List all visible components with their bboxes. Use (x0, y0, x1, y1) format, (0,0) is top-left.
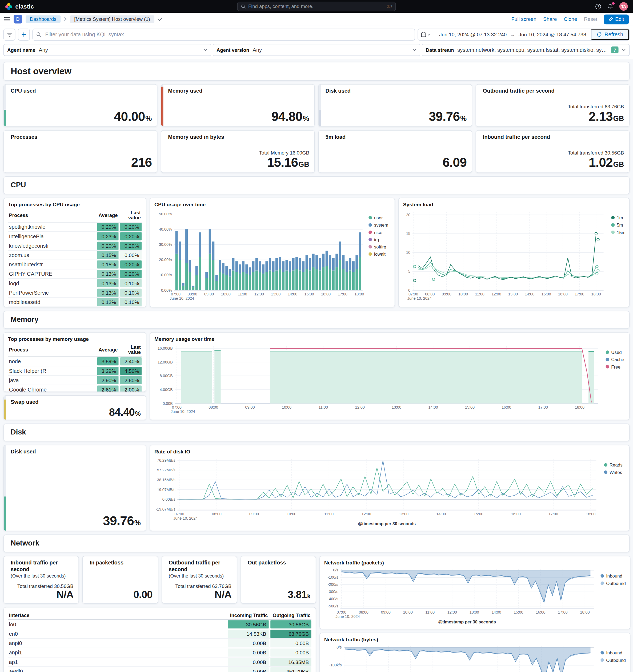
panel-memory-usage: Memory usage over time 0.00B4.00GB8.00GB… (150, 332, 630, 420)
table-row: GIPHY CAPTURE0.13%0.20% (8, 269, 142, 279)
panel-network-bytes: Network traffic (bytes) 0/s-100k/s-200k/… (320, 633, 630, 672)
svg-text:09:00: 09:00 (381, 610, 390, 614)
svg-text:09:00: 09:00 (204, 292, 214, 296)
reset-link[interactable]: Reset (584, 16, 597, 22)
cpu-usage-chart[interactable]: 0.00%10.00%20.00%30.00%40.00%50.00%07:00… (154, 209, 365, 303)
legend-item[interactable]: 15m (611, 230, 625, 235)
cell-value: 0.15% (96, 260, 118, 269)
svg-text:76.29MB/s: 76.29MB/s (157, 458, 175, 462)
elastic-home-link[interactable]: elastic (5, 3, 34, 10)
legend-item[interactable]: irq (369, 237, 388, 242)
legend-item[interactable]: user (369, 215, 388, 220)
svg-text:16.00GB: 16.00GB (158, 346, 173, 351)
kql-search-bar[interactable] (32, 28, 415, 41)
network-packets-chart[interactable]: 0/s-100/s-200/s-300/s-400/s-500/s07:00Ju… (324, 567, 597, 625)
svg-text:20.00%: 20.00% (159, 258, 172, 262)
saved-check-icon[interactable] (158, 17, 162, 21)
cell-value: 0.20% (96, 241, 118, 250)
legend-item[interactable]: Writes (604, 470, 622, 475)
cell-value: 16.35MB (269, 657, 311, 667)
legend-item[interactable]: Outbound (601, 657, 626, 663)
legend-item[interactable]: 1m (611, 215, 625, 220)
legend-item[interactable]: Cache (606, 357, 624, 362)
legend-item[interactable]: 5m (611, 222, 625, 227)
user-avatar[interactable]: TA (619, 2, 628, 11)
notifications-bell-icon[interactable] (607, 3, 614, 10)
metric-panel: 5m load6.09 (318, 130, 472, 173)
metric-value: 1.02GB (483, 155, 624, 170)
section-header-memory: Memory (3, 311, 630, 329)
clone-link[interactable]: Clone (564, 16, 577, 22)
metric-value: 15.16GB (168, 155, 309, 170)
edit-button[interactable]: Edit (604, 15, 629, 24)
svg-text:@timestamp per 30 seconds: @timestamp per 30 seconds (438, 620, 496, 624)
legend-item[interactable]: Free (606, 364, 624, 369)
svg-text:-100/s: -100/s (328, 575, 338, 579)
legend-item[interactable]: Inbound (601, 573, 626, 578)
filter-menu-button[interactable] (3, 28, 16, 41)
control-data-stream[interactable]: Data stream system.network, system.cpu, … (422, 44, 630, 56)
panel-system-load: System load 0510152007:00June 10, 202408… (398, 198, 630, 308)
data-table: InterfaceIncoming TrafficOutgoing Traffi… (8, 611, 311, 672)
legend-label: softirq (374, 244, 386, 249)
panel-title: Network traffic (bytes) (324, 637, 626, 642)
svg-text:10:00: 10:00 (221, 292, 231, 296)
refresh-button[interactable]: Refresh (591, 29, 629, 40)
calendar-button[interactable] (418, 29, 434, 40)
dashboard-grid: Host overview CPU used40.00%Memory used9… (0, 59, 633, 672)
table-row: awdl00.00B451.79KB (8, 667, 311, 672)
legend-item[interactable]: nice (369, 230, 388, 235)
legend-item[interactable]: Outbound (601, 581, 626, 586)
memory-usage-chart[interactable]: 0.00B4.00GB8.00GB12.00GB16.00GB07:00June… (154, 343, 602, 415)
add-filter-button[interactable] (18, 28, 30, 41)
svg-text:14:00: 14:00 (436, 512, 446, 516)
legend-item[interactable]: Reads (604, 462, 622, 467)
full-screen-link[interactable]: Full screen (511, 16, 536, 22)
breadcrumb-current[interactable]: [Metrics System] Host overview (1) (70, 16, 154, 23)
control-agent-version[interactable]: Agent version Any (213, 44, 421, 56)
chart-legend: InboundOutbound (597, 644, 626, 672)
legend-item[interactable]: Used (606, 350, 624, 355)
metric-value: 39.76% (326, 110, 467, 124)
svg-text:08:00: 08:00 (359, 610, 369, 614)
search-icon (241, 4, 246, 9)
svg-text:11:00: 11:00 (425, 610, 435, 614)
menu-hamburger-icon[interactable] (4, 17, 10, 22)
svg-text:11:00: 11:00 (475, 292, 484, 296)
system-load-chart[interactable]: 0510152007:00June 10, 202408:0009:0010:0… (403, 209, 608, 303)
cell-value: 0.12% (96, 307, 118, 307)
cell-value: 0.23% (96, 232, 118, 241)
legend-label: system (374, 222, 388, 227)
svg-text:17:00: 17:00 (558, 610, 568, 614)
cell-name: awdl0 (8, 667, 226, 672)
network-bytes-chart[interactable]: 0/s-100k/s-200k/s07:00June 10, 202408:00… (324, 644, 597, 672)
date-from[interactable]: Jun 10, 2024 @ 07:13:32.240 (439, 31, 507, 38)
legend-item[interactable]: softirq (369, 244, 388, 249)
legend-label: Used (611, 350, 622, 355)
svg-text:17:00: 17:00 (538, 405, 548, 409)
share-link[interactable]: Share (543, 16, 557, 22)
legend-item[interactable]: Inbound (601, 650, 626, 655)
panel-title: Network traffic (packets) (324, 560, 626, 566)
disk-io-chart[interactable]: -19.07MB/s0.00B/s19.07MB/s38.15MB/s57.22… (154, 456, 601, 527)
metric-value: 3.81k (248, 589, 311, 601)
breadcrumb-dashboards[interactable]: Dashboards (26, 16, 60, 23)
cell-value: 2.00% (119, 385, 142, 392)
column-header: Last value (119, 209, 142, 222)
space-avatar[interactable]: D (14, 15, 22, 23)
legend-item[interactable]: iowait (369, 251, 388, 257)
table-row: ap10.00B16.35MB (8, 657, 311, 667)
svg-text:40.00%: 40.00% (159, 227, 172, 232)
help-icon[interactable]: ? (594, 3, 602, 10)
control-label: Data stream (426, 48, 454, 53)
kql-input[interactable] (44, 31, 411, 38)
svg-text:0.00%: 0.00% (161, 288, 172, 292)
legend-label: Inbound (606, 573, 622, 578)
column-header: Incoming Traffic (226, 611, 269, 620)
date-to[interactable]: Jun 10, 2024 @ 18:47:54.738 (518, 31, 586, 38)
notification-dot (612, 2, 615, 5)
global-search-input[interactable]: Find apps, content, and more. ⌘/ (237, 2, 396, 11)
control-agent-name[interactable]: Agent name Any (3, 44, 211, 56)
legend-item[interactable]: system (369, 222, 388, 227)
cell-value: 0.20% (119, 269, 142, 279)
